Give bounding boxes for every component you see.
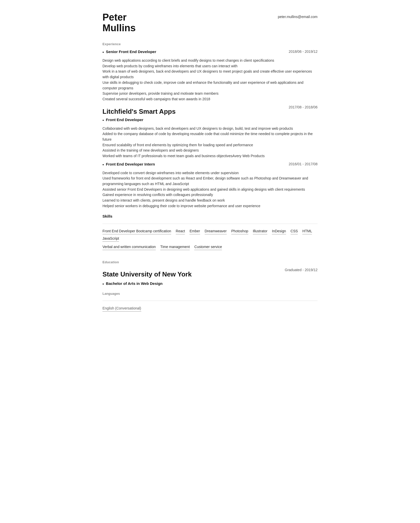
skill-1: Front End Developer Bootcamp certificati…	[102, 228, 171, 234]
skill-3: Ember	[189, 228, 200, 234]
job-title-2: Front End Developer	[106, 117, 144, 123]
skills-row-2: Verbal and written communication Time ma…	[102, 244, 318, 252]
languages-section-label: Languages	[102, 291, 318, 296]
job-desc-2-line-5: Worked with teams of IT professionals to…	[102, 153, 318, 159]
last-name: Mullins	[102, 23, 136, 33]
job-desc-1-line-1: Design web applications according to cli…	[102, 58, 318, 63]
job-desc-3-line-1: Developed code to convert design wirefra…	[102, 170, 318, 176]
job-title-1: Senior Front End Developer	[106, 49, 156, 55]
skill-5: Photoshop	[231, 228, 248, 234]
education-header-1: State University of New York Graduated -…	[102, 267, 318, 280]
language-1: English (Conversational)	[102, 306, 141, 312]
job-header-3: • Front End Developer Intern 2016/01 - 2…	[102, 161, 318, 168]
skills-section: Skills Front End Developer Bootcamp cert…	[102, 214, 318, 252]
skill-8: CSS	[291, 228, 298, 234]
job-desc-3: Developed code to convert design wirefra…	[102, 170, 318, 209]
job-desc-1-line-3: Work in a team of web designers, back en…	[102, 69, 318, 80]
language-list: English (Conversational)	[102, 305, 318, 312]
job-title-3: Front End Developer Intern	[106, 161, 155, 167]
skill-7: InDesign	[272, 228, 286, 234]
skill-13: Customer service	[194, 244, 222, 250]
skills-section-label: Skills	[102, 214, 318, 219]
skills-divider	[102, 224, 318, 224]
skill-11: Verbal and written communication	[102, 244, 156, 250]
experience-section-label: Experience	[102, 42, 318, 47]
job-header-2: • Front End Developer	[102, 117, 318, 123]
job-entry-3: • Front End Developer Intern 2016/01 - 2…	[102, 161, 318, 209]
degree-bullet-icon-1: •	[102, 281, 104, 287]
skill-4: Dreamweaver	[205, 228, 227, 234]
skill-6: Illustrator	[253, 228, 268, 234]
job-desc-3-line-6: Helped senior workers in debugging their…	[102, 203, 318, 209]
job-entry-2: • Front End Developer Collaborated with …	[102, 117, 318, 159]
company-name-2: Litchfield's Smart Apps	[102, 107, 176, 117]
job-desc-1-line-4: Use skills in debugging to check code, i…	[102, 80, 318, 91]
job-desc-2-line-4: Assisted in the training of new develope…	[102, 148, 318, 153]
edu-date-1: Graduated - 2019/12	[285, 267, 318, 273]
skills-row-1: Front End Developer Bootcamp certificati…	[102, 228, 318, 243]
job-date-3: 2016/01 - 2017/08	[289, 161, 318, 167]
job-desc-3-line-4: Gained experience in resolving conflicts…	[102, 192, 318, 198]
first-name: Peter	[102, 12, 127, 23]
degree-wrapper-1: • Bachelor of Arts in Web Design	[102, 281, 318, 287]
job-desc-1-line-2: Develop web products by coding wireframe…	[102, 63, 318, 69]
job-title-wrapper-3: • Front End Developer Intern	[102, 161, 155, 168]
job-desc-2: Collaborated with web designers, back en…	[102, 126, 318, 159]
job-desc-2-line-1: Collaborated with web designers, back en…	[102, 126, 318, 132]
job-desc-1-line-5: Supervise junior developers, provide tra…	[102, 91, 318, 96]
skill-10: JavaScript	[102, 236, 119, 242]
job-title-wrapper-1: • Senior Front End Developer	[102, 49, 156, 55]
languages-section: Languages English (Conversational)	[102, 291, 318, 312]
job-desc-2-line-3: Ensured scalability of front end element…	[102, 142, 318, 148]
header: Peter Mullins peter.mullins@email.com	[102, 12, 318, 34]
bullet-icon-2: •	[102, 117, 104, 123]
job-desc-2-line-2: Added to the company database of code by…	[102, 131, 318, 142]
full-name: Peter Mullins	[102, 12, 136, 34]
degree-title-1: Bachelor of Arts in Web Design	[106, 281, 163, 287]
name-block: Peter Mullins	[102, 12, 136, 34]
institution-name-1: State University of New York	[102, 269, 192, 279]
job-date-1: 2018/06 - 2019/12	[289, 49, 318, 54]
job-header-1: • Senior Front End Developer 2018/06 - 2…	[102, 49, 318, 55]
email: peter.mullins@email.com	[278, 14, 318, 20]
job-desc-1: Design web applications according to cli…	[102, 58, 318, 102]
education-section-label: Education	[102, 260, 318, 265]
job-desc-3-line-2: Used frameworks for front end developmen…	[102, 176, 318, 187]
skill-9: HTML	[302, 228, 312, 234]
bullet-icon-1: •	[102, 49, 104, 55]
company-date-2: 2017/08 - 2018/06	[289, 105, 318, 110]
skill-2: React	[176, 228, 185, 234]
skill-12: Time management	[160, 244, 190, 250]
company-header-2: Litchfield's Smart Apps 2017/08 - 2018/0…	[102, 105, 318, 117]
job-entry-1: • Senior Front End Developer 2018/06 - 2…	[102, 49, 318, 102]
bullet-icon-3: •	[102, 162, 104, 168]
education-section: Education State University of New York G…	[102, 260, 318, 287]
job-desc-3-line-5: Learned to interact with clients, presen…	[102, 198, 318, 203]
languages-divider	[102, 301, 318, 301]
job-desc-3-line-3: Assisted senior Front End Developers in …	[102, 187, 318, 192]
job-desc-1-line-6: Created several successful web campaigns…	[102, 96, 318, 102]
job-title-wrapper-2: • Front End Developer	[102, 117, 143, 123]
resume-page: Peter Mullins peter.mullins@email.com Ex…	[88, 0, 332, 523]
